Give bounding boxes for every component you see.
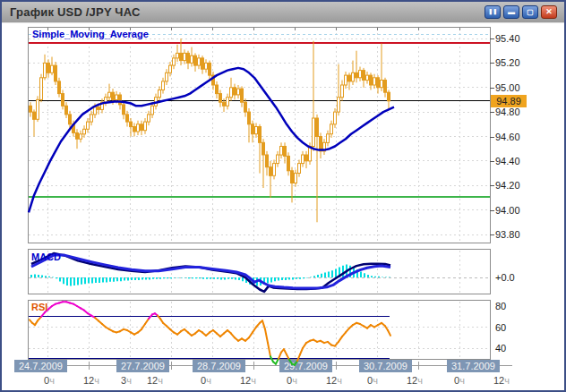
time-label-unit: ч: [158, 375, 163, 386]
candle: [277, 151, 279, 167]
candle-body: [388, 92, 390, 101]
main-chart-canvas[interactable]: [29, 28, 490, 243]
candle: [377, 75, 380, 94]
pause-button[interactable]: ❚❚: [485, 5, 501, 19]
title-bar[interactable]: График USD /JPY ЧАС ❚❚ ▬ ▢ ✕: [2, 2, 564, 23]
time-label-unit: ч: [504, 375, 510, 386]
candle-body: [302, 155, 304, 164]
price-tick-mark: [490, 112, 494, 113]
minimize-button[interactable]: ▬: [503, 5, 519, 19]
candle-body: [47, 63, 50, 72]
time-label: 0ч: [44, 375, 55, 386]
time-label-unit: ч: [337, 375, 342, 386]
rsi-line-segment: [300, 348, 303, 354]
rsi-tick-label: 80: [495, 301, 506, 311]
candle: [173, 55, 176, 69]
candle: [234, 84, 236, 100]
candle: [30, 102, 32, 116]
candle: [219, 90, 222, 107]
candle: [137, 121, 140, 135]
candle-body: [352, 72, 355, 81]
candle: [241, 86, 244, 107]
candle: [352, 61, 355, 85]
macd-canvas[interactable]: [29, 250, 490, 294]
candle-body: [176, 53, 179, 58]
candle: [341, 81, 344, 101]
time-label-unit: ч: [459, 375, 465, 386]
candle-body: [65, 106, 68, 115]
candle-body: [244, 102, 247, 112]
time-label-unit: ч: [251, 375, 256, 386]
candle: [58, 78, 61, 98]
candle: [141, 121, 143, 135]
candle: [305, 151, 308, 168]
rsi-line-segment: [142, 324, 145, 329]
candle: [184, 49, 186, 64]
candle: [252, 121, 254, 143]
candle: [166, 69, 168, 85]
candle: [76, 129, 79, 149]
sma-indicator-label: Simple_Moving_Average: [32, 29, 149, 39]
candle: [105, 94, 107, 107]
candle-body: [141, 124, 143, 131]
candle-body: [370, 75, 373, 85]
candle-body: [287, 156, 290, 170]
candle: [384, 78, 387, 98]
candle: [284, 142, 287, 163]
sma-line: [29, 68, 394, 213]
candle-body: [373, 78, 376, 85]
rsi-line-segment: [303, 343, 306, 348]
candle-body: [219, 94, 222, 103]
price-tick-mark: [490, 234, 494, 235]
candle: [330, 121, 333, 138]
candle-body: [209, 63, 211, 75]
maximize-button[interactable]: ▢: [522, 5, 538, 19]
rsi-line-segment: [145, 319, 149, 324]
candle: [126, 111, 129, 127]
candle: [55, 62, 57, 85]
chart-window: График USD /JPY ЧАС ❚❚ ▬ ▢ ✕ Simple_Movi…: [0, 0, 566, 392]
rsi-line-segment: [297, 354, 300, 361]
close-button[interactable]: ✕: [541, 5, 557, 19]
time-label-unit: ч: [126, 375, 132, 386]
rsi-tick-label: 40: [495, 343, 506, 354]
rsi-indicator-label: RSI: [31, 302, 47, 312]
price-tick-mark: [490, 38, 494, 39]
candle-body: [133, 127, 136, 132]
candle-body: [348, 75, 351, 81]
rsi-line-segment: [249, 332, 253, 337]
candle-body: [162, 81, 165, 90]
candle-body: [363, 71, 365, 81]
candle: [259, 124, 262, 174]
candle-body: [166, 72, 168, 81]
candle-body: [119, 95, 122, 105]
candle-body: [381, 81, 383, 88]
rsi-canvas[interactable]: [29, 301, 490, 368]
price-tick-label: 94.00: [495, 205, 520, 216]
candle: [162, 78, 165, 94]
candle-body: [180, 53, 183, 60]
candle-body: [334, 112, 337, 124]
time-label-number: 12: [147, 375, 158, 386]
candle-body: [356, 72, 358, 78]
candle-body: [187, 53, 190, 63]
candle-body: [266, 155, 269, 167]
price-tick-mark: [490, 210, 494, 211]
candle: [148, 111, 150, 125]
candle: [323, 139, 326, 155]
candle: [123, 101, 125, 120]
candle-body: [30, 106, 32, 112]
candle: [87, 118, 90, 132]
candle-body: [230, 88, 233, 98]
candle-body: [94, 107, 97, 115]
candle: [202, 55, 204, 73]
candle-body: [291, 171, 294, 183]
price-tick-mark: [490, 88, 494, 89]
candle-body: [198, 58, 201, 65]
time-label: 0ч: [367, 375, 378, 386]
candle: [313, 41, 315, 151]
candle-body: [80, 134, 82, 140]
candle: [388, 90, 390, 110]
candle-body: [205, 63, 208, 69]
candle-body: [87, 122, 90, 129]
